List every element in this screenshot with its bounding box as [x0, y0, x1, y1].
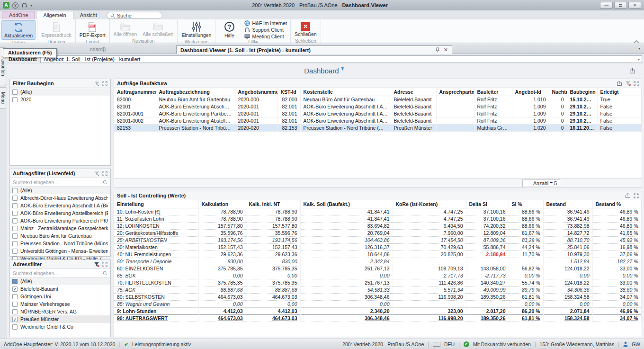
clear-filter-icon[interactable] [625, 81, 631, 86]
search-input[interactable]: Suchtext eingeben... [10, 178, 110, 187]
table-row[interactable]: 82153Preussen Stadion - Nord Tribüne (Mü… [114, 125, 641, 132]
filter-list-item[interactable]: (Alle) [10, 187, 110, 194]
column-header[interactable]: Kalkulation [198, 200, 246, 208]
close-button[interactable]: ✕ [628, 2, 641, 9]
table-row[interactable]: 60: EINZELKOSTEN375.785,35375.785,35251.… [114, 265, 641, 272]
ribbon-search-input[interactable]: Suche [107, 12, 162, 19]
active-filter-icon[interactable] [94, 261, 99, 267]
background-tab[interactable]: ndard]) [90, 46, 106, 52]
filter-list-item[interactable]: 2020 [10, 96, 110, 103]
table-row[interactable]: 80: SELBSTKOSTEN464.673,03464.673,03306.… [114, 294, 641, 301]
filter-list-item[interactable]: (Alle) [10, 88, 110, 96]
checkbox[interactable] [12, 211, 18, 216]
current-user[interactable]: 153: Große Wiedemann, Matthias [540, 341, 615, 347]
minimize-button[interactable]: — [600, 2, 613, 9]
column-header[interactable]: Delta SI [466, 200, 509, 208]
alle-oeffnen-button[interactable]: Alle öffnen [111, 20, 139, 38]
column-header[interactable]: Baubeginn [567, 88, 597, 96]
filter-list-item[interactable]: Göttingen-Uni [10, 293, 110, 300]
checkbox[interactable] [12, 203, 18, 208]
checkbox[interactable] [12, 294, 18, 299]
hf-internet-button[interactable]: H&F im Internet [244, 20, 287, 26]
tab-allgemein[interactable]: Allgemein [36, 11, 73, 19]
maximize-panel-icon[interactable] [102, 262, 107, 267]
filter-list-item[interactable]: ✓Preußen Münster [10, 315, 110, 323]
maximize-panel-icon[interactable] [634, 193, 639, 198]
checkbox[interactable]: ✓ [12, 317, 18, 322]
table-row[interactable]: 25: ARBEITSKOSTEN193.174,56193.174,56104… [114, 237, 641, 244]
table-row[interactable]: 50: Transporte / Deponie830,00830,002.34… [114, 258, 641, 265]
maximize-panel-icon[interactable] [102, 171, 107, 176]
checkbox[interactable] [12, 324, 18, 330]
headset-icon[interactable] [21, 2, 27, 8]
table-row[interactable]: 75: AGK88.887,6888.887,6854.581,335.571,… [114, 286, 641, 294]
column-header[interactable]: Angebotsnummer [235, 88, 277, 96]
checkbox[interactable] [12, 279, 18, 284]
table-row[interactable]: 10: Lohn-Kosten [€]78.788,9078.788,9041.… [114, 208, 641, 215]
context-label[interactable]: 200: Vertrieb 2020 - ProBau /S AOne [342, 341, 424, 347]
meeting-client-button[interactable]: Meeting Client [244, 34, 287, 39]
hilfe-button[interactable]: ? Hilfe [217, 20, 242, 39]
filter-list-item[interactable]: AOK-Büro Erweiterung Abstellbereich (E-B… [10, 209, 110, 217]
checkbox[interactable] [12, 249, 18, 254]
checkbox[interactable] [12, 89, 18, 95]
column-header[interactable]: KoRe (Ist-Kosten) [393, 200, 466, 208]
table-row[interactable]: 20: Gerätekosten/Hilfsstoffe35.596,7635.… [114, 230, 641, 237]
column-header[interactable]: Adresse [391, 88, 436, 96]
column-header[interactable]: Nachtr... [549, 88, 567, 96]
quick-access-dropdown-icon[interactable]: ▾ [30, 3, 32, 8]
dashboard-select[interactable]: Angebot: 1. Soll - Ist (Projekte) - kumu… [40, 55, 642, 63]
table-row[interactable]: 65: BGK0,000,000,002.717,73-2.717,730,00… [114, 272, 641, 279]
user-initials[interactable]: GW [632, 341, 640, 347]
help-icon[interactable]: ? [12, 2, 18, 9]
einstellungen-button[interactable]: Einstellungen [179, 20, 214, 39]
filter-list-item[interactable]: Neubau Büro Amt für Gartenbau [10, 232, 110, 240]
column-header[interactable]: KST-Id [277, 88, 300, 96]
column-header[interactable]: Einstellung [114, 200, 198, 208]
filter-list-item[interactable]: (Alle) [10, 277, 110, 285]
checkbox[interactable] [12, 309, 18, 314]
table-row[interactable]: 9: Lohn-Stunden4.412,034.412,032.340,203… [114, 308, 641, 315]
checkbox[interactable] [12, 188, 18, 193]
filter-list-item[interactable]: NÜRNBERGER Vers. AG [10, 308, 110, 315]
export-icon[interactable] [629, 68, 635, 74]
filter-list-item[interactable]: Universität Göttingen - Mensa- Erweiteru… [10, 247, 110, 255]
filter-list-item[interactable]: AOK-Büro Erweiterung Abschnitt I.A (Biel… [10, 202, 110, 209]
table-row[interactable]: 82001-0001AOK-Büro Erweiterung Parkberei… [114, 110, 641, 117]
column-header[interactable]: Bestand [543, 200, 592, 208]
table-row[interactable]: 82001AOK-Büro Erweiterung Abschnitt I.A … [114, 103, 641, 110]
addone-logo-icon[interactable]: A [3, 2, 9, 9]
maximize-panel-icon[interactable] [102, 81, 107, 86]
filter-list-item[interactable]: Mainz - Zentralkläranlage Gasspeicherkap… [10, 224, 110, 232]
search-input[interactable]: Suchtext eingeben... [10, 269, 110, 277]
checkbox[interactable] [12, 233, 18, 239]
sidebar-tab-menue[interactable]: Menü [0, 87, 6, 109]
column-header[interactable]: Ansprechpartner [436, 88, 474, 96]
column-header[interactable]: Bestand % [592, 200, 641, 208]
export-icon[interactable] [625, 193, 631, 198]
checkbox[interactable]: ✓ [12, 286, 18, 292]
alle-schliessen-button[interactable]: Alle schließen [140, 20, 176, 38]
aktualisieren-button[interactable]: Aktualisieren [1, 20, 36, 40]
restore-button[interactable] [614, 2, 627, 9]
checkbox[interactable] [12, 226, 18, 231]
column-header[interactable]: Kostenstelle [300, 88, 391, 96]
column-header[interactable]: Auftragsnummer [114, 88, 156, 96]
maximize-panel-icon[interactable] [634, 81, 639, 86]
column-header[interactable]: Erledigt [597, 88, 641, 96]
table-row[interactable]: 11: Soziallasten Lohn78.788,9078.788,904… [114, 215, 641, 223]
filter-list-item[interactable]: Mainzer Verkehrsgese [10, 300, 110, 308]
checkbox[interactable] [12, 302, 18, 307]
schliessen-button[interactable]: ✕ Schließen [292, 20, 319, 38]
export-icon[interactable] [617, 81, 622, 86]
table-row[interactable]: 85: Wagnis und Gewinn0,000,000,000,00 %0… [114, 301, 641, 308]
checkbox[interactable] [12, 218, 18, 224]
filter-list-item[interactable]: ✓Bielefeld-Bauamt [10, 285, 110, 293]
column-header[interactable]: Angebot-Id [512, 88, 549, 96]
filter-list-item[interactable]: Albrecht-Dürer-Haus Erweiterung Abschnit… [10, 194, 110, 202]
pin-icon[interactable] [435, 47, 440, 53]
table-row[interactable]: 40: NU-Fremdleistungen29.623,3629.623,36… [114, 251, 641, 258]
table-row[interactable]: 30: Materialkosten152.157,43152.157,4312… [114, 244, 641, 251]
column-header[interactable]: Auftragsbezeichnung [156, 88, 235, 96]
tab-list-dropdown-icon[interactable]: ▾ [638, 46, 640, 51]
